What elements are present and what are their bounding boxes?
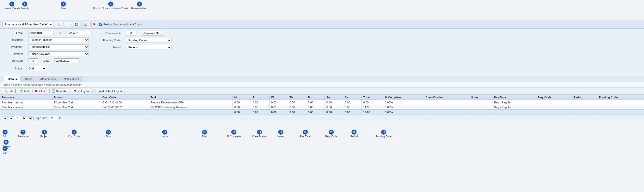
add-button[interactable]: ➕ Add [17,89,31,93]
delete-row-button[interactable]: ✖ Delete [33,89,48,93]
new-button[interactable]: 📄 [64,22,71,27]
post-checkbox-label[interactable]: Post to Non-commitment Costs [99,23,142,26]
tab-details[interactable]: Details [4,76,21,82]
col-resource[interactable]: Resource [0,95,52,100]
save-button[interactable]: 💾 [73,22,80,27]
cell-5: 0.00 [251,105,270,110]
summary-cell-2 [101,110,149,115]
to-label: To [57,31,63,34]
col-th[interactable]: Th [288,95,306,100]
edit-button[interactable]: ✏️ Edit [2,89,16,93]
col-period[interactable]: Period [572,95,597,100]
period-select[interactable]: Periods... [126,45,171,50]
col-notes[interactable]: Notes [469,95,492,100]
load-default-button[interactable]: Load Default Layout [96,89,125,93]
col-req-code[interactable]: Req. Code [536,95,572,100]
status-select[interactable]: Draft [26,66,46,71]
cell-12: 0.00% [383,100,424,105]
annotation-3: 3 Save [61,2,66,10]
col-project[interactable]: Project [52,95,101,100]
to-date-input[interactable] [67,31,92,35]
next-page-button[interactable]: ▶ [22,116,27,120]
prev-page-button[interactable]: ◀ [9,116,14,120]
col-total[interactable]: Total [362,95,383,100]
summary-cell-4: 0.00 [233,110,251,115]
cell-18 [597,105,644,110]
page-number-input[interactable] [15,116,21,120]
tabs-bar: Details Notes Attachments Notifications [0,76,644,82]
cell-2: C-C.90-C.90.02 [101,105,149,110]
cell-13 [424,105,469,110]
cell-10: 0.00 [343,105,362,110]
col-pay-type[interactable]: Pay Type [492,95,536,100]
cell-15: Reg - Regular [492,105,536,110]
table-row[interactable]: Plumber - masterPfizer New YorkC-C.90-C.… [0,105,644,110]
last-page-button[interactable]: ▶| [28,116,34,120]
summary-cell-18 [597,110,644,115]
col-pct-complete[interactable]: % Complete [383,95,424,100]
cell-10: 0.00 [343,100,362,105]
col-funding-code[interactable]: Funding Code [597,95,644,100]
refresh-grid-button[interactable]: 🔄 Refresh [49,89,68,93]
resource-select[interactable]: Plumber - master [28,37,89,42]
page-size-input[interactable] [48,116,57,120]
annotation-18: 18 Period [350,130,358,138]
col-sa[interactable]: Sa [343,95,362,100]
summary-cell-13 [424,110,469,115]
summary-cell-1 [52,110,101,115]
col-t[interactable]: T [251,95,270,100]
refresh-button[interactable]: 🔄 [82,22,89,27]
cell-4: 8.00 [233,100,251,105]
generate-next-button[interactable]: Generate Next [142,31,163,36]
page-size-label: Page Size [35,117,47,120]
program-label: Program* [4,45,24,48]
drag-hint: Drag a column header and drop it here to… [0,82,644,88]
save-layout-button[interactable]: Save Layout [72,89,92,93]
col-task[interactable]: Task [149,95,232,100]
col-cost-code[interactable]: Cost Code [101,95,149,100]
tab-attachments[interactable]: Attachments [37,76,60,82]
cell-2: C-C.40-C.40.00 [101,100,149,105]
annotation-11: 11 Hours [161,130,168,138]
summary-cell-11: 19.00 [362,110,383,115]
summary-cell-16 [536,110,572,115]
from-label: From [4,31,24,34]
new-icon: 📄 [66,23,69,26]
post-checkbox[interactable] [99,23,102,26]
resource-label: Resource [4,38,24,41]
cell-16 [536,105,572,110]
cell-5: 0.00 [251,100,270,105]
tab-notes[interactable]: Notes [21,76,36,82]
annotation-14: 14 Classification [252,130,267,138]
cell-11: 11.00 [362,105,383,110]
pencil-icon: ✏️ [4,89,8,93]
annotation-21: 21 Edit [3,146,8,154]
col-w[interactable]: W [270,95,288,100]
revision-input[interactable] [28,58,38,63]
tab-notifications[interactable]: Notifications [60,76,83,82]
annotation-5: 5 Generate Next [131,2,148,10]
col-m[interactable]: M [233,95,251,100]
form-area: From To Resource Plumber - master Progra… [0,29,644,74]
project-select[interactable]: Pfizer New York [28,51,89,56]
col-classification[interactable]: Classification [424,95,469,100]
refresh-icon: 🔄 [84,23,87,26]
funding-code-select[interactable]: Funding Codes... [126,38,171,43]
cell-3: Prepare Development CPA [149,100,232,105]
delete-toolbar-button[interactable]: ✖ [91,22,97,27]
program-select[interactable]: Pharmaceutical [28,44,89,49]
col-f[interactable]: F [306,95,325,100]
search-button[interactable]: 🔍 [55,22,62,27]
from-date-input[interactable] [28,31,53,35]
record-selector[interactable]: Pharmaceutical-Pfizer New York 6/... [3,22,53,27]
cell-9: 0.00 [325,100,343,105]
summary-cell-9: 0.00 [325,110,343,115]
table-row[interactable]: Plumber - masterPfizer New YorkC-C.40-C.… [0,100,644,105]
summary-cell-14 [469,110,492,115]
col-su[interactable]: Su [325,95,343,100]
date-input[interactable] [54,58,79,63]
timesheet-input[interactable] [126,31,136,35]
cell-11: 8.00 [362,100,383,105]
first-page-button[interactable]: |◀ [2,116,8,120]
annotation-16: 16 Pay Type [300,130,311,138]
